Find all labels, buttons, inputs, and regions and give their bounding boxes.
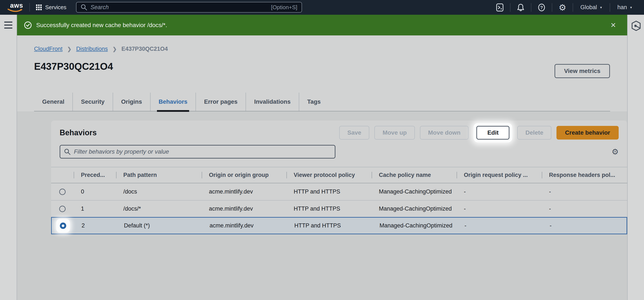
column-path-pattern[interactable]: Path pattern xyxy=(116,172,202,178)
main-content: CloudFront ❯ Distributions ❯ E437P30QC21… xyxy=(17,35,627,300)
aws-logo-text: aws xyxy=(7,3,26,9)
move-up-button[interactable]: Move up xyxy=(374,126,415,139)
cell-precedence: 2 xyxy=(74,222,117,229)
chevron-down-icon: ▼ xyxy=(600,6,602,9)
help-button[interactable]: ? xyxy=(531,0,552,15)
aws-top-nav: aws Services [Option+S] xyxy=(0,0,644,15)
distribution-tabs: General Security Origins Behaviors Error… xyxy=(34,93,610,111)
move-down-button[interactable]: Move down xyxy=(420,126,468,139)
column-response-headers-policy[interactable]: Response headers pol... xyxy=(542,172,627,178)
cell-path-pattern: /docs xyxy=(116,188,202,195)
cell-origin: acme.mintlify.dev xyxy=(202,222,287,229)
gear-icon: ⚙ xyxy=(558,3,566,12)
column-precedence[interactable]: Preced... xyxy=(74,172,116,178)
breadcrumb-cloudfront-link[interactable]: CloudFront xyxy=(34,46,62,52)
services-label: Services xyxy=(45,4,66,11)
services-grid-icon xyxy=(36,4,42,11)
tab-general[interactable]: General xyxy=(34,93,72,111)
tab-tags[interactable]: Tags xyxy=(299,93,329,111)
cell-cache-policy: Managed-CachingOptimized xyxy=(372,188,456,195)
tab-behaviors[interactable]: Behaviors xyxy=(150,93,196,111)
account-menu[interactable]: han ▼ xyxy=(610,0,640,15)
filter-row: ⚙ xyxy=(51,145,627,159)
cell-response-headers-policy: - xyxy=(542,206,627,212)
settings-button[interactable]: ⚙ xyxy=(552,0,573,15)
breadcrumb: CloudFront ❯ Distributions ❯ E437P30QC21… xyxy=(34,46,168,52)
hexagon-icon xyxy=(630,20,642,31)
column-cache-policy[interactable]: Cache policy name xyxy=(372,172,456,178)
delete-button[interactable]: Delete xyxy=(517,126,551,139)
success-check-icon xyxy=(24,21,32,29)
region-selector[interactable]: Global ▼ xyxy=(573,0,610,15)
save-button[interactable]: Save xyxy=(339,126,369,139)
cloudshell-terminal-icon xyxy=(496,3,504,12)
row-radio[interactable] xyxy=(59,189,66,195)
tab-invalidations[interactable]: Invalidations xyxy=(246,93,298,111)
cell-cache-policy: Managed-CachingOptimized xyxy=(372,206,456,212)
right-sidebar-strip xyxy=(627,15,644,300)
behaviors-table: Preced... Path pattern Origin or origin … xyxy=(51,167,627,234)
row-radio-selected[interactable] xyxy=(60,223,66,229)
cell-viewer-protocol: HTTP and HTTPS xyxy=(286,188,372,195)
row-radio-cell xyxy=(52,219,74,233)
view-metrics-button[interactable]: View metrics xyxy=(554,64,610,78)
topbar-right-cluster: ? ⚙ Global ▼ han ▼ xyxy=(490,0,640,15)
breadcrumb-distributions-link[interactable]: Distributions xyxy=(76,46,108,52)
cell-precedence: 0 xyxy=(74,188,116,195)
behaviors-actions: Save Move up Move down Edit Delete Creat… xyxy=(339,123,619,142)
search-icon xyxy=(64,148,70,155)
tab-origins[interactable]: Origins xyxy=(113,93,150,111)
create-behavior-button[interactable]: Create behavior xyxy=(556,126,619,139)
behaviors-panel: Behaviors Save Move up Move down Edit De… xyxy=(51,120,627,234)
side-panel-toggle-button[interactable] xyxy=(630,20,642,31)
tab-security[interactable]: Security xyxy=(72,93,113,111)
bell-icon xyxy=(516,3,525,12)
cell-origin-request-policy: - xyxy=(457,222,542,229)
row-radio-cell xyxy=(51,206,74,212)
cell-origin-request-policy: - xyxy=(456,188,542,195)
table-row[interactable]: 1 /docs/* acme.mintlify.dev HTTP and HTT… xyxy=(51,200,627,217)
question-circle-icon: ? xyxy=(537,3,546,12)
svg-text:?: ? xyxy=(540,5,543,10)
filter-input[interactable] xyxy=(74,148,331,155)
table-header-row: Preced... Path pattern Origin or origin … xyxy=(51,167,627,183)
edit-button[interactable]: Edit xyxy=(476,126,510,139)
global-search[interactable]: [Option+S] xyxy=(76,2,302,13)
radio-spotlight xyxy=(56,219,70,233)
behaviors-panel-title: Behaviors xyxy=(60,128,339,137)
tab-error-pages[interactable]: Error pages xyxy=(196,93,246,111)
row-radio[interactable] xyxy=(59,206,66,212)
cell-precedence: 1 xyxy=(74,206,116,212)
services-menu-button[interactable]: Services xyxy=(36,0,66,15)
flashbar-close-button[interactable]: ✕ xyxy=(610,21,616,29)
search-input[interactable] xyxy=(90,4,271,11)
chevron-down-icon: ▼ xyxy=(630,6,632,9)
edit-button-spotlight: Edit xyxy=(474,123,512,142)
table-row-selected[interactable]: 2 Default (*) acme.mintlify.dev HTTP and… xyxy=(51,217,627,234)
table-row[interactable]: 0 /docs acme.mintlify.dev HTTP and HTTPS… xyxy=(51,183,627,200)
cell-response-headers-policy: - xyxy=(542,188,627,195)
column-viewer-protocol[interactable]: Viewer protocol policy xyxy=(286,172,372,178)
search-shortcut-hint: [Option+S] xyxy=(271,4,297,11)
cell-cache-policy: Managed-CachingOptimized xyxy=(372,222,457,229)
behaviors-filter[interactable] xyxy=(60,145,336,159)
cell-origin: acme.mintlify.dev xyxy=(202,188,286,195)
behaviors-panel-header: Behaviors Save Move up Move down Edit De… xyxy=(51,120,627,145)
cell-origin: acme.mintlify.dev xyxy=(202,206,286,212)
cell-path-pattern: Default (*) xyxy=(117,222,202,229)
breadcrumb-chevron-icon: ❯ xyxy=(67,46,72,52)
hamburger-menu-button[interactable] xyxy=(4,22,12,31)
flashbar-message: Successfully created new cache behavior … xyxy=(36,22,610,29)
cloudshell-button[interactable] xyxy=(490,0,510,15)
aws-logo[interactable]: aws xyxy=(7,3,26,12)
column-origin-request-policy[interactable]: Origin request policy ... xyxy=(456,172,542,178)
cell-response-headers-policy: - xyxy=(542,222,626,229)
region-label: Global xyxy=(580,4,597,11)
notifications-button[interactable] xyxy=(510,0,531,15)
left-sidebar-strip xyxy=(0,15,17,300)
table-preferences-button[interactable]: ⚙ xyxy=(612,147,619,157)
column-origin[interactable]: Origin or origin group xyxy=(202,172,286,178)
search-icon xyxy=(81,4,87,11)
hamburger-icon xyxy=(4,22,12,23)
cell-origin-request-policy: - xyxy=(456,206,542,212)
